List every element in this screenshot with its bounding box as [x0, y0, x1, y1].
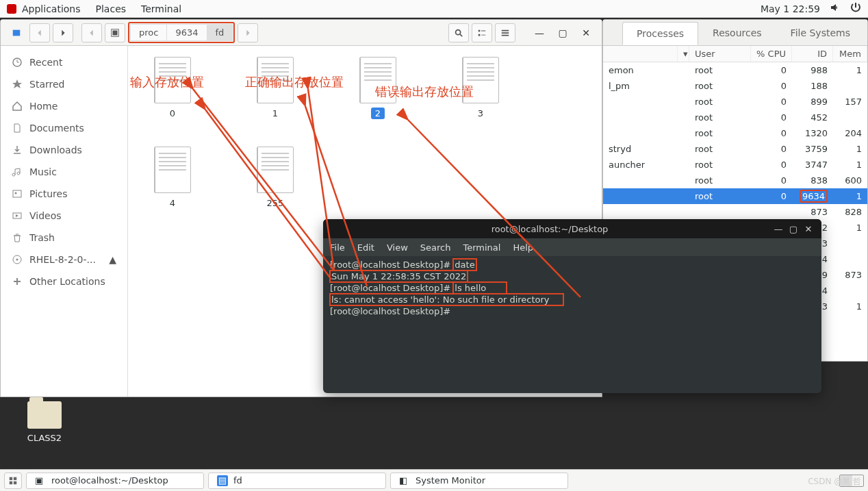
sidebar-trash[interactable]: Trash [1, 227, 127, 249]
file-2[interactable]: 2 [347, 57, 409, 119]
svg-rect-12 [10, 481, 12, 483]
terminal-menu[interactable]: Terminal [141, 3, 181, 14]
places-menu[interactable]: Places [96, 3, 127, 14]
tab-filesystems[interactable]: File Systems [776, 21, 865, 45]
terminal-line: [root@localhost Desktop]# [330, 305, 815, 317]
terminal-menubar: File Edit View Search Terminal Help [323, 238, 821, 256]
volume-icon[interactable] [830, 2, 841, 15]
breadcrumb-seg-proc[interactable]: proc [130, 24, 167, 41]
applications-menu[interactable]: Applications [22, 3, 81, 14]
term-menu-help[interactable]: Help [513, 242, 533, 253]
nav-up-button[interactable] [81, 23, 102, 42]
process-row[interactable]: auncherroot037471 [603, 157, 867, 173]
term-menu-search[interactable]: Search [420, 242, 451, 253]
process-row[interactable]: strydroot037591 [603, 141, 867, 157]
svg-rect-10 [10, 477, 12, 479]
file-0[interactable]: 0 [142, 57, 203, 119]
desktop-folder-label: CLASS2 [21, 433, 68, 443]
sidebar-pictures[interactable]: Pictures [1, 183, 127, 205]
terminal-line: ls: cannot access 'hello': No such file … [330, 294, 815, 305]
process-row[interactable]: 873828 [603, 204, 867, 220]
table-header[interactable]: ▾ User % CPU ID Mem [603, 46, 867, 62]
sysmon-tabs: Processes Resources File Systems [603, 20, 867, 46]
sidebar-other[interactable]: Other Locations [1, 270, 127, 292]
sidebar-documents[interactable]: Documents [1, 117, 127, 139]
files-icon: ▤ [217, 475, 228, 486]
breadcrumb-overflow-button[interactable] [238, 23, 258, 42]
folder-icon [27, 401, 62, 429]
process-row[interactable]: root0838600 [603, 173, 867, 188]
term-menu-terminal[interactable]: Terminal [463, 242, 500, 253]
file-label: 3 [474, 108, 487, 119]
term-menu-view[interactable]: View [387, 242, 408, 253]
sidebar-starred[interactable]: Starred [1, 73, 127, 95]
clock-text[interactable]: May 1 22:59 [761, 3, 820, 14]
hamburger-button[interactable] [495, 23, 515, 42]
terminal-body[interactable]: [root@localhost Desktop]# dateSun May 1 … [323, 256, 821, 320]
terminal-titlebar[interactable]: root@localhost:~/Desktop — ▢ ✕ [323, 219, 821, 238]
view-list-button[interactable] [472, 23, 492, 42]
svg-rect-5 [13, 190, 21, 197]
term-menu-edit[interactable]: Edit [357, 242, 374, 253]
file-3[interactable]: 3 [450, 57, 511, 119]
svg-rect-2 [113, 30, 118, 35]
sidebar-downloads[interactable]: Downloads [1, 139, 127, 161]
taskbar-item-sysmon[interactable]: ◧System Monitor [390, 473, 568, 489]
document-icon [154, 147, 191, 193]
fm-sidebar: Recent Starred Home Documents Downloads … [1, 46, 128, 396]
process-row[interactable]: l_pmroot0188 [603, 78, 867, 94]
window-maximize-button[interactable]: ▢ [552, 23, 573, 42]
svg-rect-0 [13, 29, 21, 36]
svg-point-9 [16, 259, 18, 261]
term-close-button[interactable]: ✕ [801, 223, 816, 235]
taskbar-item-files[interactable]: ▤fd [208, 473, 386, 489]
file-4[interactable]: 4 [142, 147, 203, 209]
sidebar-videos[interactable]: Videos [1, 205, 127, 227]
nav-back-button[interactable] [29, 23, 50, 42]
top-panel: Applications Places Terminal May 1 22:59 [0, 0, 868, 18]
sidebar-disk[interactable]: RHEL-8-2-0-...▲ [1, 249, 127, 270]
file-label: 1 [268, 108, 282, 119]
file-1[interactable]: 1 [244, 57, 306, 119]
power-icon[interactable] [850, 2, 861, 15]
svg-rect-11 [14, 477, 16, 479]
document-icon [257, 57, 294, 103]
breadcrumb-seg-fd[interactable]: fd [207, 24, 233, 41]
document-icon [462, 57, 499, 103]
process-row[interactable]: root0899157 [603, 94, 867, 110]
window-minimize-button[interactable]: — [529, 23, 550, 42]
svg-point-6 [15, 192, 17, 194]
term-minimize-button[interactable]: — [771, 223, 786, 235]
tab-processes[interactable]: Processes [622, 22, 698, 45]
desktop-folder-class2[interactable]: CLASS2 [21, 401, 68, 443]
process-row[interactable]: root0452 [603, 110, 867, 125]
path-toggle-button[interactable] [105, 23, 125, 42]
file-255[interactable]: 255 [244, 147, 306, 209]
sidebar-music[interactable]: Music [1, 161, 127, 183]
sidebar-home[interactable]: Home [1, 95, 127, 117]
nav-forward-button[interactable] [53, 23, 73, 42]
monitor-icon: ◧ [399, 475, 410, 486]
term-maximize-button[interactable]: ▢ [786, 223, 801, 235]
process-row[interactable]: root01320204 [603, 125, 867, 141]
term-menu-file[interactable]: File [330, 242, 345, 253]
file-label: 255 [263, 197, 288, 209]
show-desktop-button[interactable] [4, 473, 22, 489]
document-icon [154, 57, 191, 103]
svg-rect-13 [14, 481, 16, 483]
process-row[interactable]: root096341 [603, 188, 867, 204]
tab-resources[interactable]: Resources [698, 21, 776, 45]
fm-app-icon [6, 23, 27, 42]
document-icon [257, 147, 294, 193]
window-close-button[interactable]: ✕ [576, 23, 596, 42]
process-row[interactable]: emonroot09881 [603, 62, 867, 78]
svg-point-3 [456, 29, 461, 34]
sidebar-recent[interactable]: Recent [1, 51, 127, 73]
search-button[interactable] [448, 23, 469, 42]
taskbar-item-terminal[interactable]: ▣root@localhost:~/Desktop [26, 473, 204, 489]
breadcrumb-seg-pid[interactable]: 9634 [167, 24, 207, 41]
file-label: 2 [371, 108, 385, 119]
terminal-window: root@localhost:~/Desktop — ▢ ✕ File Edit… [323, 219, 821, 393]
terminal-icon: ▣ [35, 475, 46, 486]
terminal-line: Sun May 1 22:58:35 CST 2022 [330, 270, 815, 282]
